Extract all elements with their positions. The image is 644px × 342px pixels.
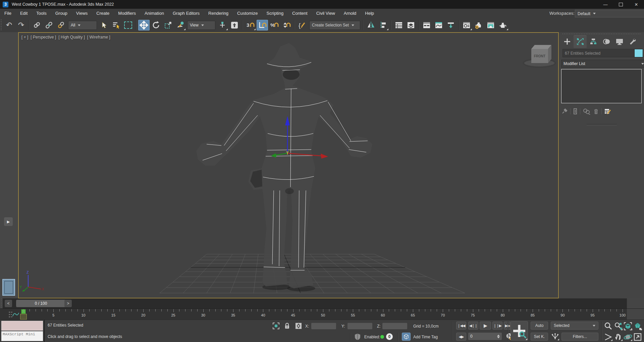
- selection-filter-dropdown[interactable]: All: [68, 21, 97, 30]
- current-frame-spinner[interactable]: 0: [468, 333, 502, 340]
- named-selection-sets-combobox[interactable]: Create Selection Set: [309, 21, 360, 30]
- render-setup-button[interactable]: [473, 20, 484, 31]
- viewport-label-segment-3[interactable]: [ Wireframe ]: [87, 35, 110, 40]
- select-and-move-button[interactable]: [138, 20, 150, 31]
- frame-ruler[interactable]: 5101520253035404550556065707580859095100: [0, 309, 627, 320]
- key-filters-button[interactable]: Filters...: [561, 333, 598, 341]
- adaptive-degradation-toggle[interactable]: [354, 333, 361, 341]
- redo-button[interactable]: ↷: [15, 20, 27, 31]
- menu-item-create[interactable]: Create: [92, 9, 114, 18]
- align-button[interactable]: [377, 20, 389, 31]
- minimize-button[interactable]: —: [598, 0, 613, 9]
- menu-item-edit[interactable]: Edit: [16, 9, 32, 18]
- keyboard-shortcut-override-button[interactable]: [229, 20, 240, 31]
- object-name-field[interactable]: 67 Entities Selected: [562, 49, 636, 57]
- snaps-toggle-3d-button[interactable]: 3: [245, 20, 256, 31]
- menu-item-file[interactable]: File: [0, 9, 16, 18]
- unlink-selection-button[interactable]: [43, 20, 55, 31]
- select-and-place-button[interactable]: [174, 20, 186, 31]
- zoom-button[interactable]: [604, 322, 612, 331]
- tab-display[interactable]: [613, 35, 626, 48]
- make-unique-icon[interactable]: [583, 108, 591, 115]
- x-coord-field[interactable]: [311, 323, 336, 329]
- playhead-caret[interactable]: [20, 314, 27, 320]
- key-filters-icon-button[interactable]: [551, 333, 559, 341]
- bind-to-space-warp-button[interactable]: [55, 20, 67, 31]
- close-button[interactable]: ✕: [629, 0, 644, 9]
- rendered-frame-window-button[interactable]: [485, 20, 496, 31]
- absolute-offset-mode-toggle[interactable]: [295, 322, 302, 330]
- zoom-extents-all-button[interactable]: [633, 322, 642, 331]
- spinner-snap-toggle-button[interactable]: [281, 20, 292, 31]
- menu-item-content[interactable]: Content: [288, 9, 312, 18]
- time-slider-track[interactable]: < 0 / 100 >: [3, 298, 627, 308]
- next-frame-step-button[interactable]: ❘❘▶: [492, 322, 502, 330]
- z-coord-field[interactable]: [382, 323, 407, 329]
- material-editor-button[interactable]: [461, 20, 472, 31]
- spinner-arrows-icon[interactable]: [497, 335, 500, 338]
- selection-lock-toggle[interactable]: [284, 322, 290, 330]
- workspaces-dropdown[interactable]: Default: [575, 10, 644, 17]
- viewport-canvas[interactable]: Z X Y FRONT: [19, 33, 558, 298]
- maxscript-mini-input[interactable]: MAXScript Mini: [1, 331, 43, 341]
- modifier-list-dropdown[interactable]: Modifier List: [561, 60, 644, 68]
- select-by-name-button[interactable]: [110, 20, 122, 31]
- toggle-ribbon-button[interactable]: [421, 20, 432, 31]
- previous-frame-step-button[interactable]: ◀❘❘: [468, 322, 478, 330]
- show-end-result-icon[interactable]: [573, 108, 578, 115]
- tab-modify[interactable]: [574, 35, 587, 48]
- cowboy-model[interactable]: [196, 43, 372, 288]
- menu-item-help[interactable]: Help: [361, 9, 378, 18]
- pan-view-button[interactable]: [614, 333, 623, 341]
- reference-coordinate-system-dropdown[interactable]: View: [187, 21, 215, 30]
- modifier-stack[interactable]: [561, 69, 642, 103]
- menu-item-group[interactable]: Group: [51, 9, 72, 18]
- perspective-viewport[interactable]: Z X Y FRONT [ + ][ Perspective ][ High Q…: [18, 32, 559, 298]
- field-of-view-button[interactable]: [604, 333, 613, 341]
- configure-modifier-sets-icon[interactable]: [604, 108, 611, 115]
- zoom-all-button[interactable]: [614, 322, 623, 331]
- pin-stack-icon[interactable]: [561, 108, 568, 115]
- menu-item-views[interactable]: Views: [72, 9, 92, 18]
- menu-item-animation[interactable]: Animation: [140, 9, 168, 18]
- rectangular-selection-region-button[interactable]: [122, 20, 134, 31]
- maxscript-divider[interactable]: [44, 320, 45, 342]
- panel-grip[interactable]: [562, 33, 641, 35]
- maximize-button[interactable]: [613, 0, 629, 9]
- select-object-button[interactable]: [98, 20, 110, 31]
- viewcube[interactable]: FRONT: [524, 45, 555, 67]
- maxscript-mini-listener[interactable]: [1, 321, 43, 331]
- key-mode-toggle[interactable]: ◀▶: [456, 333, 466, 341]
- schematic-view-button[interactable]: [445, 20, 457, 31]
- rollout-divider[interactable]: [587, 124, 617, 125]
- toggle-scene-explorer-button[interactable]: [393, 20, 405, 31]
- menu-item-graph-editors[interactable]: Graph Editors: [168, 9, 204, 18]
- tab-motion[interactable]: [600, 35, 613, 48]
- tab-create[interactable]: [560, 35, 574, 48]
- tab-hierarchy[interactable]: [587, 35, 600, 48]
- menu-item-tools[interactable]: Tools: [32, 9, 51, 18]
- viewport-label-segment-1[interactable]: [ Perspective ]: [31, 35, 56, 40]
- remove-modifier-trash-icon[interactable]: [593, 108, 599, 115]
- menu-item-civil-view[interactable]: Civil View: [312, 9, 339, 18]
- time-tag-icon-button[interactable]: [402, 333, 411, 341]
- tab-utilities[interactable]: [626, 35, 639, 48]
- auto-key-button[interactable]: Auto: [531, 322, 548, 330]
- y-coord-field[interactable]: [347, 323, 372, 329]
- select-and-link-button[interactable]: [31, 20, 43, 31]
- object-color-swatch[interactable]: [634, 49, 643, 57]
- percent-snap-toggle-button[interactable]: %: [269, 20, 280, 31]
- orbit-button[interactable]: [624, 333, 633, 341]
- menu-item-customize[interactable]: Customize: [233, 9, 262, 18]
- mirror-button[interactable]: [365, 20, 377, 31]
- time-slider-handle[interactable]: 0 / 100: [16, 300, 66, 307]
- edit-named-selection-sets-button[interactable]: {: [297, 20, 308, 31]
- viewport-layout-tab[interactable]: [2, 279, 15, 296]
- set-key-button[interactable]: Set K.: [531, 333, 548, 341]
- play-animation-button[interactable]: ▶: [480, 322, 491, 330]
- maximize-viewport-toggle[interactable]: [633, 333, 642, 341]
- add-time-tag-label[interactable]: Add Time Tag: [413, 335, 438, 339]
- zoom-extents-button[interactable]: [624, 322, 633, 331]
- angle-snap-toggle-button[interactable]: [257, 20, 268, 31]
- menu-item-arnold[interactable]: Arnold: [339, 9, 361, 18]
